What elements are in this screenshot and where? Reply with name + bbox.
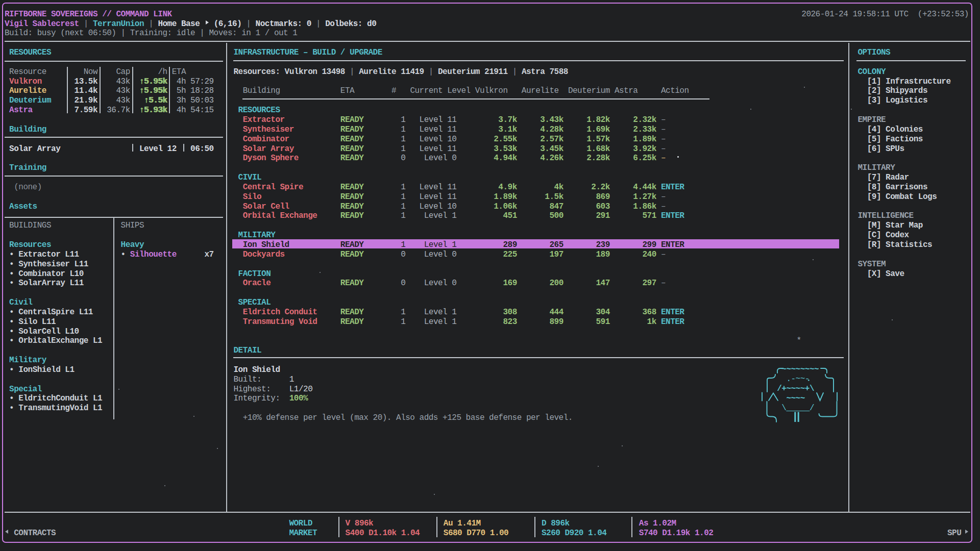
svg-text:\_____/: \_____/ xyxy=(781,404,814,413)
svg-text:/+~~~~+\: /+~~~~+\ xyxy=(777,384,814,393)
svg-text:~~~~: ~~~~ xyxy=(786,394,804,403)
svg-text:.-~~-: .-~~- xyxy=(786,374,810,384)
svg-text:~~~~~~~~: ~~~~~~~~ xyxy=(781,365,819,374)
